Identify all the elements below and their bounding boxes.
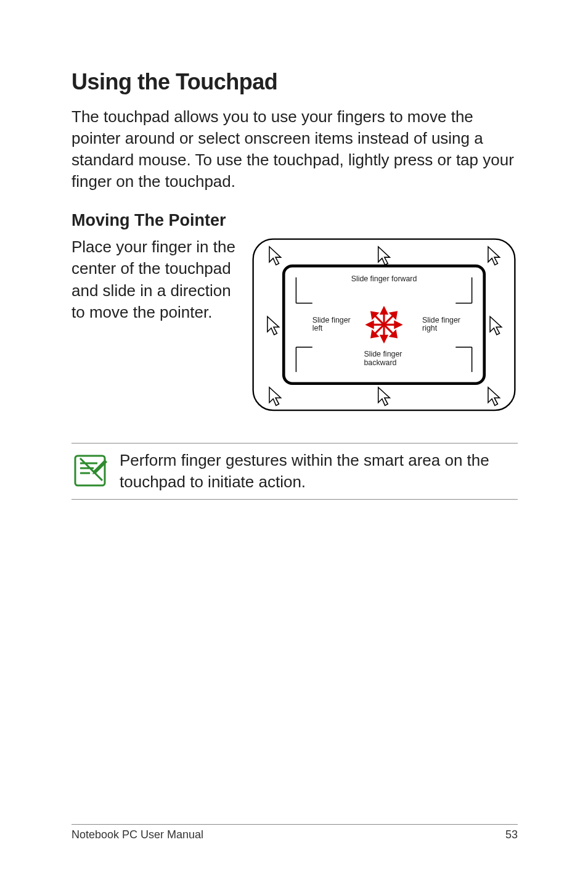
cursor-icon	[269, 387, 281, 405]
label-left-line2: left	[312, 324, 323, 333]
note-icon	[71, 452, 108, 492]
label-back-line2: backward	[364, 359, 396, 368]
cursor-icon	[267, 317, 279, 335]
footer-left: Notebook PC User Manual	[71, 828, 203, 841]
svg-rect-22	[75, 456, 105, 485]
section-heading: Moving The Pointer	[71, 211, 518, 230]
note-callout: Perform finger gestures within the smart…	[71, 443, 518, 500]
cursor-icon	[488, 247, 500, 265]
direction-arrows-icon	[367, 308, 401, 342]
cursor-icon	[490, 317, 502, 335]
section-row: Place your finger in the center of the t…	[71, 236, 518, 416]
svg-marker-17	[395, 322, 401, 328]
intro-paragraph: The touchpad allows you to use your fing…	[71, 106, 518, 192]
cursor-icon	[488, 387, 500, 405]
cursor-icon	[269, 247, 281, 265]
section-body: Place your finger in the center of the t…	[71, 236, 237, 323]
note-text: Perform finger gestures within the smart…	[120, 450, 518, 493]
svg-marker-15	[381, 336, 386, 342]
label-forward: Slide finger forward	[351, 274, 417, 283]
label-right-line2: right	[422, 324, 438, 333]
touchpad-diagram: Slide finger forward Slide finger left S…	[250, 236, 518, 416]
label-left-line1: Slide finger	[312, 316, 351, 324]
cursor-icon	[378, 387, 390, 405]
svg-marker-14	[381, 308, 386, 314]
cursor-icon	[378, 247, 390, 265]
touchpad-svg: Slide finger forward Slide finger left S…	[250, 236, 518, 413]
footer-page-number: 53	[505, 828, 518, 841]
label-back-line1: Slide finger	[364, 350, 402, 359]
page-title: Using the Touchpad	[71, 69, 518, 95]
document-page: Using the Touchpad The touchpad allows y…	[0, 0, 588, 887]
svg-marker-16	[367, 322, 373, 328]
label-right-line1: Slide finger	[422, 316, 460, 324]
page-footer: Notebook PC User Manual 53	[71, 824, 518, 841]
